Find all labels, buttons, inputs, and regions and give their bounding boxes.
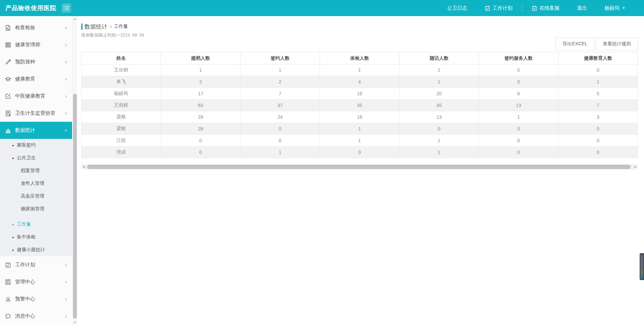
sidebar-item-1[interactable]: 健康管理师 [0,36,72,53]
horizontal-scrollbar-thumb[interactable] [87,165,631,169]
sidebar-item-label: 老年人管理 [21,180,44,186]
graduation-cap-icon [5,76,11,83]
sidebar-item-label: 工作计划 [15,262,35,268]
column-header: 签约人数 [240,52,320,64]
cell-value: 45 [399,100,479,111]
sidebar-scrollbar[interactable]: ▴ ▾ [72,16,77,325]
cell-name: 杨丽筠 [82,88,161,100]
breadcrumb: 数据统计 > 工作量 [81,22,638,31]
cell-value: 6 [479,88,558,100]
nav-item-label: 公卫日志 [447,5,467,11]
scroll-right-icon[interactable]: ► [633,164,638,169]
sidebar-item-3[interactable]: 健康教育 [0,70,72,88]
side-widget-stripes-teal [640,274,643,278]
sidebar-item-5[interactable]: 卫生计生监督协管 [0,105,72,122]
bullet-icon: • [12,222,14,227]
sidebar-item-label: 健康教育 [15,76,35,82]
nav-item-0[interactable]: 公卫日志 [438,0,476,16]
chevron-right-icon [65,59,67,65]
nav-item-4[interactable]: 退出 [568,0,596,16]
sidebar-item-17[interactable]: 管理中心 [0,273,72,290]
cell-value: 0 [240,123,320,135]
chevron-right-icon [65,76,67,82]
column-header: 签约服务人数 [479,52,558,64]
edit-square-icon [5,93,11,100]
sidebar-item-label: 消息中心 [15,313,35,319]
menu-toggle-button[interactable] [62,3,71,13]
sidebar-item-label: 健康小屋统计 [17,247,45,253]
sidebar-item-label: 数据统计 [15,127,35,133]
alarm-icon [5,296,11,303]
sidebar-item-label: 高血压管理 [21,193,44,199]
column-header: 建档人数 [161,52,240,64]
sidebar-item-label: 档案管理 [21,168,40,174]
caret-down-icon: ▼ [622,6,625,10]
cell-value: 1 [479,111,558,123]
sidebar-item-14[interactable]: •集中体检 [0,231,72,243]
cell-value: 35 [320,100,399,111]
sidebar-item-13[interactable]: •工作量 [0,215,72,231]
cell-value: 1 [320,135,399,147]
cell-value: 0 [479,76,558,88]
scroll-left-icon[interactable]: ◄ [81,164,86,169]
cell-value: 1 [399,135,479,147]
cell-name: 王欣钥 [82,64,161,76]
cell-value: 1 [558,76,638,88]
cell-value: 1 [320,64,399,76]
cell-value: 2 [161,76,240,88]
export-excel-button[interactable]: 导出EXCEL [555,38,594,50]
cell-value: 5 [558,88,638,100]
cell-name: 王雨婷 [82,100,161,111]
horizontal-scrollbar[interactable]: ◄ ► [81,164,638,169]
cell-value: 13 [399,111,479,123]
bullet-icon: • [12,156,14,161]
chat-dots-icon [5,313,11,320]
chevron-right-icon [65,262,67,268]
cell-value: 1 [399,76,479,88]
sidebar-item-11[interactable]: 高血压管理 [0,190,72,203]
sidebar-item-7[interactable]: •家医签约 [0,139,72,152]
sidebar-item-8[interactable]: •公共卫生 [0,152,72,164]
side-widget-tab[interactable] [640,253,644,280]
table-head: 姓名建档人数签约人数体检人数随访人数签约服务人数健康教育人数 [82,52,638,64]
sidebar-item-19[interactable]: 消息中心 [0,308,72,325]
nav-item-1[interactable]: 工作计划 [476,0,521,16]
cell-value: 13 [479,100,558,111]
cell-value: 0 [558,123,638,135]
sidebar-item-18[interactable]: 预警中心 [0,290,72,308]
sidebar-scrollbar-thumb[interactable] [73,94,77,319]
scroll-down-icon[interactable]: ▾ [72,320,77,325]
cell-name: 培训 [82,147,161,158]
view-rules-button[interactable]: 查看统计规则 [596,38,638,50]
sidebar-item-4[interactable]: 中医健康教育 [0,88,72,105]
clipboard-check-icon [485,5,490,11]
cell-value: 0 [161,147,240,158]
cell-value: 4 [320,76,399,88]
sidebar-item-15[interactable]: •健康小屋统计 [0,243,72,256]
books-icon [5,42,11,48]
sidebar-item-12[interactable]: 糖尿病管理 [0,203,72,215]
cell-value: 0 [558,64,638,76]
breadcrumb-section: 数据统计 [85,23,107,31]
nav-item-label: 工作计划 [492,5,513,11]
sidebar-item-6[interactable]: 数据统计 [0,122,72,139]
sidebar-item-16[interactable]: 工作计划 [0,256,72,273]
accent-bar [81,23,83,30]
cell-value: 0 [161,135,240,147]
sidebar-item-0[interactable]: 检查检验 [0,19,72,36]
nav-item-5[interactable]: 杨丽筠▼ [596,0,634,16]
cell-value: 0 [479,64,558,76]
sidebar-item-label: 检查检验 [15,24,35,31]
sidebar-item-10[interactable]: 老年人管理 [0,177,72,190]
nav-item-3[interactable]: 在线客服 [523,0,568,16]
table-row: 单飞 2 2 4 1 0 1 [82,76,638,88]
sidebar-item-2[interactable]: 预防接种 [0,53,72,70]
sidebar-item-9[interactable]: 档案管理 [0,164,72,177]
cell-value: 1 [161,64,240,76]
sidebar-item-label: 预防接种 [15,59,35,65]
scroll-up-icon[interactable]: ▴ [72,16,77,21]
cell-value: 0 [558,147,638,158]
nav-item-label: 在线客服 [539,5,559,11]
app-title: 产品验收使用医院 [5,4,56,12]
breadcrumb-page: 工作量 [114,23,128,30]
